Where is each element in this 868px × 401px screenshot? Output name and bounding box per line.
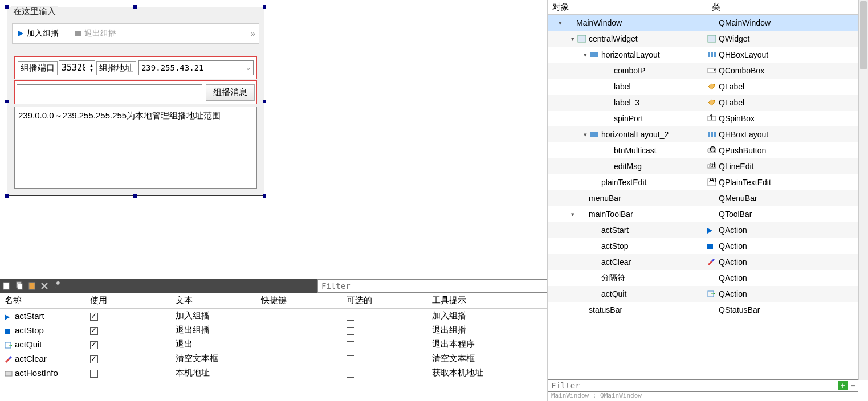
form-preview[interactable]: 在这里输入 加入组播 退出组播 » 组播端口 ▲ ▼ 组播地址	[7, 7, 264, 196]
action-row[interactable]: actStop退出组播退出组播	[0, 323, 547, 337]
tree-row[interactable]: btnMulticastOKQPushButton	[548, 142, 868, 158]
checkable-checkbox[interactable]	[347, 355, 354, 363]
class-name: QAction	[719, 242, 747, 251]
class-icon	[707, 242, 716, 250]
tree-row[interactable]: label_3QLabel	[548, 95, 868, 111]
action-column-header[interactable]: 文本	[171, 293, 256, 309]
tree-row[interactable]: menuBarQMenuBar	[548, 190, 868, 206]
expand-icon[interactable]: ▾	[581, 51, 590, 59]
used-checkbox[interactable]	[90, 355, 98, 363]
tree-row[interactable]: plainTextEditAIQPlainTextEdit	[548, 174, 868, 190]
selection-handle[interactable]	[133, 5, 137, 9]
spin-down-icon[interactable]: ▼	[88, 68, 95, 73]
object-name: editMsg	[614, 162, 642, 171]
object-name: actClear	[601, 257, 631, 267]
svg-rect-6	[578, 35, 586, 42]
checkable-checkbox[interactable]	[347, 341, 354, 349]
object-icon	[590, 290, 599, 298]
checkable-checkbox[interactable]	[347, 327, 354, 335]
plain-text-edit[interactable]: 239.0.0.0～239.255.255.255为本地管理组播地址范围	[14, 107, 257, 189]
tree-row[interactable]: labelQLabel	[548, 79, 868, 95]
groupbox-title[interactable]: 在这里输入	[11, 6, 58, 17]
inspector-scrollbar[interactable]	[858, 0, 868, 380]
tree-row[interactable]: actQuitQAction	[548, 286, 868, 302]
action-column-header[interactable]: 名称	[0, 293, 85, 309]
expand-icon[interactable]: ▾	[556, 19, 565, 27]
wrench-icon[interactable]	[52, 281, 62, 290]
selection-handle[interactable]	[263, 5, 266, 9]
used-checkbox[interactable]	[90, 341, 98, 349]
selection-handle[interactable]	[263, 194, 266, 198]
used-checkbox[interactable]	[90, 313, 98, 321]
action-row[interactable]: actStart加入组播加入组播	[0, 309, 547, 324]
address-input[interactable]	[139, 62, 243, 73]
class-icon	[707, 130, 716, 138]
message-row[interactable]: 组播消息	[14, 80, 257, 104]
paste-icon[interactable]	[27, 281, 36, 290]
new-action-icon[interactable]	[2, 281, 11, 290]
selection-handle[interactable]	[5, 100, 9, 103]
tree-row[interactable]: editMsgabcQLineEdit	[548, 158, 868, 174]
inspector-filter-input[interactable]	[548, 381, 838, 390]
action-row[interactable]: actQuit退出退出本程序	[0, 337, 547, 351]
tree-row[interactable]: comboIPQComboBox	[548, 63, 868, 79]
tree-row[interactable]: ▾centralWidgetQWidget	[548, 31, 868, 47]
toolbar-start-button[interactable]: 加入组播	[13, 26, 64, 41]
inspector-col-class[interactable]: 类	[707, 0, 725, 14]
inspector-filter-bar: + −	[548, 379, 858, 392]
tree-row[interactable]: ▾mainToolBarQToolBar	[548, 206, 868, 222]
object-icon	[577, 210, 586, 218]
action-column-header[interactable]: 可选的	[342, 293, 427, 309]
used-checkbox[interactable]	[90, 370, 98, 378]
tree-row[interactable]: actStopQAction	[548, 238, 868, 254]
selection-handle[interactable]	[5, 194, 9, 198]
add-button[interactable]: +	[838, 381, 848, 390]
chevron-down-icon[interactable]: ⌄	[243, 64, 253, 72]
tree-row[interactable]: ▾MainWindowQMainWindow	[548, 15, 868, 31]
expand-icon[interactable]: ▾	[568, 35, 577, 43]
action-row[interactable]: actHostInfo本机地址获取本机地址	[0, 366, 547, 380]
class-name: QMainWindow	[719, 18, 771, 27]
multicast-button[interactable]: 组播消息	[206, 84, 255, 101]
port-spinbox[interactable]: ▲ ▼	[59, 60, 95, 75]
class-icon	[707, 306, 716, 314]
selection-handle[interactable]	[5, 5, 9, 9]
selection-handle[interactable]	[263, 100, 266, 103]
svg-rect-22	[714, 132, 716, 137]
inspector-col-object[interactable]: 对象	[548, 0, 707, 14]
class-icon	[707, 290, 716, 298]
port-input[interactable]	[59, 62, 88, 74]
copy-icon[interactable]	[15, 281, 24, 290]
tree-row[interactable]: 分隔符QAction	[548, 270, 868, 286]
action-column-header[interactable]: 使用	[85, 293, 171, 309]
checkable-checkbox[interactable]	[347, 370, 354, 378]
toolbar-drag-handle[interactable]: »	[247, 29, 259, 38]
svg-rect-9	[593, 52, 596, 57]
action-column-header[interactable]: 工具提示	[427, 293, 547, 309]
action-filter-input[interactable]	[318, 280, 547, 292]
class-icon	[707, 258, 716, 266]
tree-row[interactable]: actStartQAction	[548, 222, 868, 238]
address-combobox[interactable]: ⌄	[138, 60, 254, 75]
used-checkbox[interactable]	[90, 327, 98, 335]
toolbar-stop-button[interactable]: 退出组播	[70, 26, 122, 41]
tree-row[interactable]: spinPort1QSpinBox	[548, 111, 868, 126]
tree-row[interactable]: statusBarQStatusBar	[548, 302, 868, 318]
tree-row[interactable]: ▾horizontalLayoutQHBoxLayout	[548, 47, 868, 63]
action-row[interactable]: actClear清空文本框清空文本框	[0, 351, 547, 366]
remove-button[interactable]: −	[848, 381, 858, 390]
tree-row[interactable]: ▾horizontalLayout_2QHBoxLayout	[548, 126, 868, 142]
selection-handle[interactable]	[133, 194, 137, 198]
expand-icon[interactable]: ▾	[568, 211, 577, 218]
object-name: actQuit	[601, 289, 626, 298]
message-input[interactable]	[17, 84, 202, 100]
expand-icon[interactable]: ▾	[581, 131, 590, 138]
svg-text:abc: abc	[709, 162, 716, 169]
spin-up-icon[interactable]: ▲	[88, 63, 95, 68]
action-column-header[interactable]: 快捷键	[256, 293, 342, 309]
checkable-checkbox[interactable]	[347, 313, 354, 321]
tree-row[interactable]: actClearQAction	[548, 254, 868, 270]
port-address-row[interactable]: 组播端口 ▲ ▼ 组播地址 ⌄	[14, 56, 257, 79]
delete-icon[interactable]	[40, 281, 49, 290]
object-name: label	[614, 82, 631, 91]
